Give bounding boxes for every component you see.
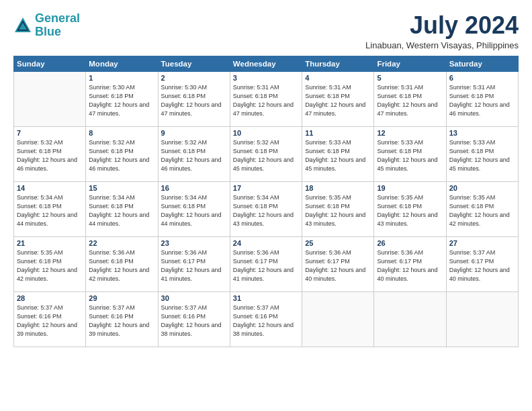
calendar-cell: 9Sunrise: 5:32 AMSunset: 6:18 PMDaylight… (158, 126, 230, 181)
day-number: 5 (377, 74, 443, 82)
sunrise-text: Sunrise: 5:31 AM (233, 83, 299, 92)
calendar-cell: 26Sunrise: 5:36 AMSunset: 6:17 PMDayligh… (374, 236, 446, 291)
day-info: Sunrise: 5:34 AMSunset: 6:18 PMDaylight:… (17, 193, 83, 228)
daylight-text: Daylight: 12 hours and 38 minutes. (161, 321, 227, 338)
logo: General Blue (13, 12, 80, 39)
calendar-cell: 3Sunrise: 5:31 AMSunset: 6:18 PMDaylight… (230, 71, 302, 126)
day-info: Sunrise: 5:36 AMSunset: 6:17 PMDaylight:… (233, 248, 299, 283)
sunrise-text: Sunrise: 5:36 AM (377, 248, 443, 257)
day-number: 4 (305, 74, 371, 82)
sunrise-text: Sunrise: 5:30 AM (89, 83, 154, 92)
day-info: Sunrise: 5:36 AMSunset: 6:18 PMDaylight:… (89, 248, 154, 283)
day-info: Sunrise: 5:36 AMSunset: 6:17 PMDaylight:… (161, 248, 227, 283)
col-friday: Friday (374, 56, 446, 71)
daylight-text: Daylight: 12 hours and 44 minutes. (89, 211, 154, 228)
sunset-text: Sunset: 6:18 PM (377, 202, 443, 211)
daylight-text: Daylight: 12 hours and 43 minutes. (233, 211, 299, 228)
daylight-text: Daylight: 12 hours and 47 minutes. (161, 101, 227, 118)
daylight-text: Daylight: 12 hours and 42 minutes. (449, 211, 515, 228)
daylight-text: Daylight: 12 hours and 44 minutes. (161, 211, 227, 228)
sunrise-text: Sunrise: 5:33 AM (377, 138, 443, 147)
day-number: 24 (233, 239, 299, 247)
sunrise-text: Sunrise: 5:36 AM (305, 248, 371, 257)
daylight-text: Daylight: 12 hours and 42 minutes. (17, 266, 83, 283)
logo-icon (13, 16, 32, 35)
calendar-header: Sunday Monday Tuesday Wednesday Thursday… (14, 56, 519, 71)
sunrise-text: Sunrise: 5:35 AM (449, 193, 515, 202)
calendar-cell: 15Sunrise: 5:34 AMSunset: 6:18 PMDayligh… (86, 181, 158, 236)
daylight-text: Daylight: 12 hours and 40 minutes. (305, 266, 371, 283)
sunrise-text: Sunrise: 5:32 AM (89, 138, 154, 147)
daylight-text: Daylight: 12 hours and 40 minutes. (449, 266, 515, 283)
sunrise-text: Sunrise: 5:32 AM (17, 138, 83, 147)
sunrise-text: Sunrise: 5:35 AM (377, 193, 443, 202)
day-number: 9 (161, 129, 227, 137)
daylight-text: Daylight: 12 hours and 40 minutes. (377, 266, 443, 283)
day-number: 2 (161, 74, 227, 82)
day-info: Sunrise: 5:32 AMSunset: 6:18 PMDaylight:… (233, 138, 299, 173)
day-number: 15 (89, 184, 154, 192)
calendar-cell: 17Sunrise: 5:34 AMSunset: 6:18 PMDayligh… (230, 181, 302, 236)
calendar-cell: 29Sunrise: 5:37 AMSunset: 6:16 PMDayligh… (86, 291, 158, 347)
sunset-text: Sunset: 6:18 PM (89, 147, 154, 156)
col-tuesday: Tuesday (158, 56, 230, 71)
header: General Blue July 2024 Linabuan, Western… (13, 12, 519, 50)
month-title: July 2024 (365, 12, 519, 39)
page: General Blue July 2024 Linabuan, Western… (0, 0, 532, 411)
day-info: Sunrise: 5:31 AMSunset: 6:18 PMDaylight:… (377, 83, 443, 118)
sunset-text: Sunset: 6:18 PM (233, 202, 299, 211)
day-info: Sunrise: 5:35 AMSunset: 6:18 PMDaylight:… (449, 193, 515, 228)
col-wednesday: Wednesday (230, 56, 302, 71)
day-number: 20 (449, 184, 515, 192)
sunrise-text: Sunrise: 5:37 AM (161, 304, 227, 312)
day-number: 26 (377, 239, 443, 247)
calendar-week-1: 1Sunrise: 5:30 AMSunset: 6:18 PMDaylight… (14, 71, 519, 126)
calendar-cell (302, 291, 374, 347)
calendar-cell: 27Sunrise: 5:37 AMSunset: 6:17 PMDayligh… (446, 236, 518, 291)
day-info: Sunrise: 5:34 AMSunset: 6:18 PMDaylight:… (89, 193, 154, 228)
sunset-text: Sunset: 6:17 PM (233, 257, 299, 266)
col-thursday: Thursday (302, 56, 374, 71)
sunrise-text: Sunrise: 5:34 AM (161, 193, 227, 202)
day-info: Sunrise: 5:33 AMSunset: 6:18 PMDaylight:… (449, 138, 515, 173)
calendar-cell: 6Sunrise: 5:31 AMSunset: 6:18 PMDaylight… (446, 71, 518, 126)
sunrise-text: Sunrise: 5:34 AM (89, 193, 154, 202)
day-number: 19 (377, 184, 443, 192)
day-number: 16 (161, 184, 227, 192)
sunrise-text: Sunrise: 5:32 AM (233, 138, 299, 147)
day-info: Sunrise: 5:36 AMSunset: 6:17 PMDaylight:… (305, 248, 371, 283)
day-info: Sunrise: 5:37 AMSunset: 6:16 PMDaylight:… (89, 304, 154, 338)
sunrise-text: Sunrise: 5:35 AM (305, 193, 371, 202)
sunset-text: Sunset: 6:18 PM (377, 147, 443, 156)
sunrise-text: Sunrise: 5:35 AM (17, 248, 83, 257)
day-number: 10 (233, 129, 299, 137)
sunrise-text: Sunrise: 5:36 AM (233, 248, 299, 257)
calendar-cell: 14Sunrise: 5:34 AMSunset: 6:18 PMDayligh… (14, 181, 86, 236)
day-info: Sunrise: 5:37 AMSunset: 6:16 PMDaylight:… (17, 304, 83, 338)
daylight-text: Daylight: 12 hours and 41 minutes. (161, 266, 227, 283)
daylight-text: Daylight: 12 hours and 47 minutes. (89, 101, 154, 118)
sunrise-text: Sunrise: 5:31 AM (377, 83, 443, 92)
sunset-text: Sunset: 6:17 PM (161, 257, 227, 266)
calendar-cell: 30Sunrise: 5:37 AMSunset: 6:16 PMDayligh… (158, 291, 230, 347)
sunset-text: Sunset: 6:16 PM (17, 312, 83, 321)
daylight-text: Daylight: 12 hours and 47 minutes. (233, 101, 299, 118)
day-info: Sunrise: 5:30 AMSunset: 6:18 PMDaylight:… (161, 83, 227, 118)
calendar-cell: 8Sunrise: 5:32 AMSunset: 6:18 PMDaylight… (86, 126, 158, 181)
sunrise-text: Sunrise: 5:30 AM (161, 83, 227, 92)
day-number: 6 (449, 74, 515, 82)
logo-line2: Blue (35, 25, 61, 38)
day-number: 21 (17, 239, 83, 247)
calendar-cell: 20Sunrise: 5:35 AMSunset: 6:18 PMDayligh… (446, 181, 518, 236)
sunrise-text: Sunrise: 5:32 AM (161, 138, 227, 147)
calendar-cell: 10Sunrise: 5:32 AMSunset: 6:18 PMDayligh… (230, 126, 302, 181)
daylight-text: Daylight: 12 hours and 45 minutes. (233, 156, 299, 173)
calendar-cell: 1Sunrise: 5:30 AMSunset: 6:18 PMDaylight… (86, 71, 158, 126)
sunset-text: Sunset: 6:18 PM (161, 92, 227, 101)
calendar-week-5: 28Sunrise: 5:37 AMSunset: 6:16 PMDayligh… (14, 291, 519, 347)
sunrise-text: Sunrise: 5:36 AM (161, 248, 227, 257)
day-info: Sunrise: 5:34 AMSunset: 6:18 PMDaylight:… (233, 193, 299, 228)
day-info: Sunrise: 5:30 AMSunset: 6:18 PMDaylight:… (89, 83, 154, 118)
sunrise-text: Sunrise: 5:31 AM (305, 83, 371, 92)
day-number: 25 (305, 239, 371, 247)
